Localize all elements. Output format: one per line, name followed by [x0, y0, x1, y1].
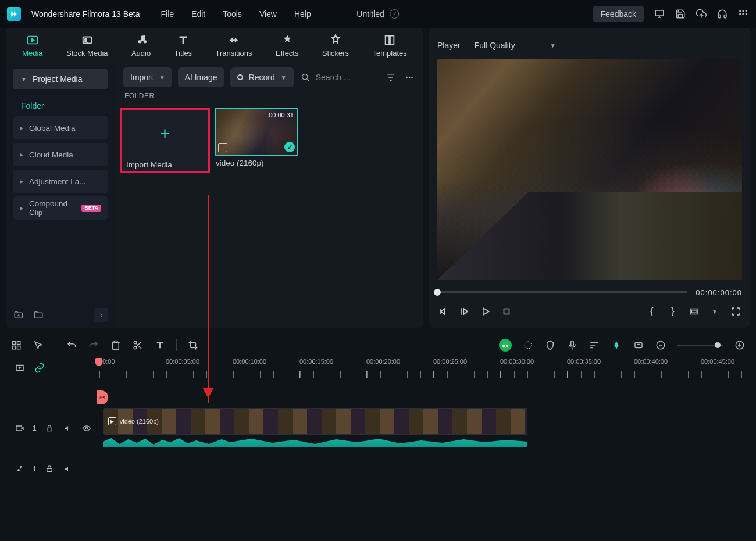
video-lane[interactable]: ▶ video (2160p)	[101, 408, 750, 449]
timeline-clip[interactable]: ▶ video (2160p)	[103, 408, 527, 435]
audio-track-icon[interactable]	[14, 463, 26, 475]
visibility-icon[interactable]	[81, 422, 92, 434]
microphone-icon[interactable]	[566, 339, 578, 351]
zoom-slider-knob[interactable]	[715, 342, 721, 348]
monitor-icon[interactable]	[654, 8, 665, 20]
folder-icon[interactable]	[33, 309, 44, 321]
svg-rect-26	[571, 341, 574, 346]
play-icon[interactable]	[479, 305, 492, 318]
lock-icon[interactable]	[44, 463, 55, 475]
sparkle-icon[interactable]	[522, 339, 534, 351]
svg-point-25	[525, 342, 532, 349]
sidebar-item-label: Cloud Media	[29, 151, 73, 159]
delete-icon[interactable]	[110, 339, 122, 351]
ruler-tick-label: 00:00:15:00	[299, 358, 333, 365]
tab-effects[interactable]: Effects	[276, 34, 299, 58]
ai-assistant-icon[interactable]: ●●	[499, 339, 512, 352]
split-icon[interactable]	[132, 339, 144, 351]
zoom-slider[interactable]	[677, 345, 723, 346]
clip-used-check-icon: ✓	[284, 142, 295, 152]
collapse-sidebar-button[interactable]: ‹	[94, 308, 108, 322]
aspect-ratio-icon[interactable]	[687, 305, 700, 318]
sidebar-item-label: Global Media	[29, 124, 76, 132]
chevron-down-icon[interactable]: ▼	[708, 305, 721, 318]
menu-edit[interactable]: Edit	[191, 9, 205, 19]
timeline-lane[interactable]: ✂	[99, 378, 750, 408]
svg-rect-19	[12, 341, 15, 344]
zoom-out-icon[interactable]	[655, 339, 666, 351]
mark-in-icon[interactable]: {	[646, 305, 658, 318]
quality-label: Full Quality	[475, 41, 515, 50]
quality-select[interactable]: Full Quality▼	[469, 37, 562, 53]
folder-section-label: FOLDER	[115, 92, 423, 100]
tab-templates[interactable]: Templates	[372, 34, 406, 58]
fullscreen-icon[interactable]	[729, 305, 742, 318]
sidebar-item-compound-clip[interactable]: ▶Compound ClipBETA	[13, 196, 108, 220]
redo-icon[interactable]	[88, 339, 99, 351]
audio-mixer-icon[interactable]	[589, 339, 600, 351]
tab-media[interactable]: Media	[22, 34, 42, 58]
lock-icon[interactable]	[44, 422, 55, 434]
tab-titles[interactable]: Titles	[174, 34, 192, 58]
playhead[interactable]	[99, 358, 99, 541]
save-status-icon: ✓	[390, 9, 400, 19]
layout-icon[interactable]	[10, 339, 22, 351]
scrub-knob[interactable]	[434, 289, 441, 296]
grid-icon[interactable]	[737, 8, 749, 20]
sidebar-item-adjustment-layer[interactable]: ▶Adjustment La...	[13, 170, 108, 193]
sidebar-item-cloud-media[interactable]: ▶Cloud Media	[13, 143, 108, 166]
svg-rect-34	[47, 468, 52, 471]
document-title[interactable]: Untitled	[356, 9, 384, 19]
step-back-icon[interactable]	[437, 305, 450, 318]
clip-card[interactable]: 00:00:31 ✓ video (2160p)	[215, 108, 298, 173]
record-button[interactable]: Record▼	[230, 67, 294, 87]
menu-view[interactable]: View	[259, 9, 277, 19]
text-icon[interactable]	[154, 339, 166, 351]
media-panel: Media Stock Media Audio Titles Transitio…	[6, 28, 423, 328]
sidebar-item-global-media[interactable]: ▶Global Media	[13, 116, 108, 139]
keyframe-icon[interactable]	[611, 339, 622, 351]
project-media-button[interactable]: ▼Project Media	[13, 69, 108, 89]
new-folder-icon[interactable]	[13, 309, 24, 321]
marker-icon[interactable]	[544, 339, 556, 351]
undo-icon[interactable]	[66, 339, 77, 351]
zoom-in-icon[interactable]	[734, 339, 746, 351]
search-input[interactable]	[316, 73, 362, 82]
ai-image-button[interactable]: AI Image	[178, 67, 224, 87]
add-track-icon[interactable]	[14, 362, 26, 374]
link-icon[interactable]	[34, 362, 45, 374]
mark-out-icon[interactable]: }	[666, 305, 679, 318]
scrub-track[interactable]	[437, 291, 687, 293]
mute-icon[interactable]	[62, 422, 74, 434]
stop-icon[interactable]	[500, 305, 513, 318]
import-media-card[interactable]: + Import Media	[120, 108, 210, 173]
save-icon[interactable]	[675, 8, 686, 20]
sidebar-item-label: Compound Clip	[29, 199, 73, 217]
tab-stickers[interactable]: Stickers	[322, 34, 349, 58]
headphones-icon[interactable]	[716, 8, 728, 20]
import-button[interactable]: Import▼	[123, 67, 172, 87]
folder-heading[interactable]: Folder	[13, 95, 108, 116]
cursor-icon[interactable]	[33, 339, 44, 351]
feedback-button[interactable]: Feedback	[593, 6, 644, 22]
tab-transitions[interactable]: Transitions	[215, 34, 252, 58]
audio-lane[interactable]	[99, 449, 750, 489]
render-icon[interactable]	[633, 339, 644, 351]
mute-icon[interactable]	[62, 463, 74, 475]
menu-help[interactable]: Help	[294, 9, 311, 19]
video-track-icon[interactable]	[14, 422, 26, 434]
preview-video[interactable]	[437, 59, 742, 280]
filter-icon[interactable]	[385, 71, 397, 83]
menu-file[interactable]: File	[161, 9, 174, 19]
sidebar-bottom: ‹	[13, 308, 108, 322]
crop-icon[interactable]	[187, 339, 199, 351]
search-icon[interactable]	[299, 71, 311, 83]
timeline-ruler[interactable]: 00:00 00:00:05:00 00:00:10:00 00:00:15:0…	[99, 358, 750, 378]
tab-stock-media[interactable]: Stock Media	[66, 34, 108, 58]
more-icon[interactable]	[404, 71, 415, 83]
cut-handle[interactable]: ✂	[97, 390, 108, 404]
menu-tools[interactable]: Tools	[223, 9, 242, 19]
cloud-upload-icon[interactable]	[696, 8, 707, 20]
step-forward-icon[interactable]	[458, 305, 471, 318]
tab-audio[interactable]: Audio	[131, 34, 151, 58]
